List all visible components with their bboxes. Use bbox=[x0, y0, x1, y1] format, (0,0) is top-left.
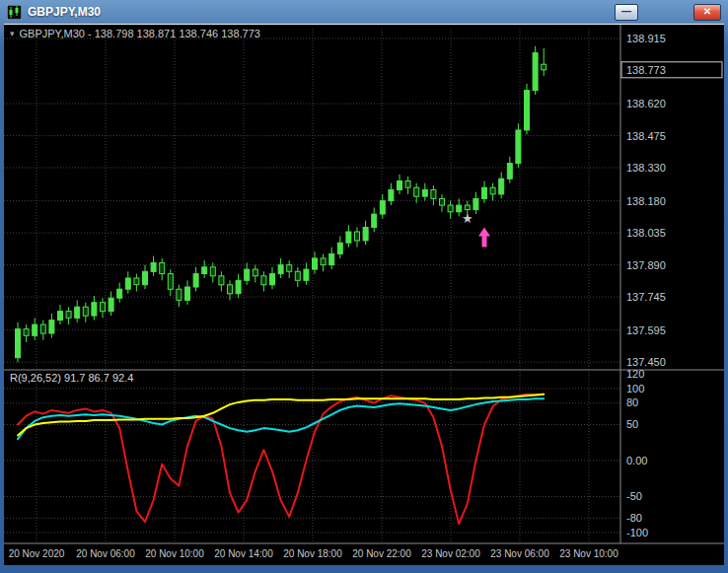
window-title: GBPJPY,M30 bbox=[28, 5, 101, 19]
collapse-icon[interactable]: ▾ bbox=[10, 29, 15, 38]
price-tick-label: 137.595 bbox=[626, 324, 666, 336]
price-tick-label: 137.890 bbox=[626, 259, 666, 271]
window-controls-spacer bbox=[638, 12, 693, 13]
current-price-layer: 138.773 bbox=[621, 62, 722, 78]
indicator-tick-label: 120 bbox=[626, 368, 644, 380]
time-tick-label: 20 Nov 2020 bbox=[9, 548, 65, 559]
chart-app-icon-graphic bbox=[7, 5, 22, 20]
time-tick-label: 20 Nov 10:00 bbox=[145, 548, 204, 559]
indicator-tick-label: 100 bbox=[626, 383, 644, 394]
time-tick-label: 23 Nov 10:00 bbox=[559, 548, 619, 559]
chart-area[interactable]: ★138.915138.620138.475138.330138.180138.… bbox=[4, 24, 724, 565]
indicator-line-r26 bbox=[18, 398, 544, 439]
time-tick-label: 23 Nov 06:00 bbox=[490, 548, 549, 559]
indicator-tick-label: -80 bbox=[626, 512, 642, 524]
close-button[interactable]: ✕ bbox=[693, 4, 721, 21]
time-tick-label: 23 Nov 02:00 bbox=[421, 548, 480, 559]
close-icon: ✕ bbox=[703, 7, 711, 17]
time-tick-label: 20 Nov 06:00 bbox=[76, 548, 135, 559]
ohlc-text: GBPJPY,M30 - 138.798 138.871 138.746 138… bbox=[20, 28, 260, 39]
axis-labels-layer: 138.915138.620138.475138.330138.180138.0… bbox=[9, 33, 666, 559]
current-price-label: 138.773 bbox=[626, 64, 666, 76]
indicator-tick-label: 50 bbox=[626, 418, 638, 430]
window-titlebar[interactable]: GBPJPY,M30 — ✕ bbox=[4, 0, 724, 24]
markers-layer: ★ bbox=[462, 211, 490, 248]
time-tick-label: 20 Nov 18:00 bbox=[283, 548, 342, 559]
candles-layer bbox=[16, 46, 546, 362]
indicator-label: R(9,26,52) 91.7 86.7 92.4 bbox=[10, 372, 133, 384]
up-arrow-marker bbox=[478, 228, 490, 248]
price-tick-label: 138.330 bbox=[626, 162, 666, 174]
price-tick-label: 138.035 bbox=[626, 227, 666, 239]
indicator-tick-label: 80 bbox=[626, 396, 638, 408]
mt4-chart-window: GBPJPY,M30 — ✕ ★138.915138.620138.475138… bbox=[0, 0, 728, 573]
chart-app-icon bbox=[7, 5, 22, 20]
chart-canvas[interactable]: ★138.915138.620138.475138.330138.180138.… bbox=[4, 25, 724, 565]
price-tick-label: 138.620 bbox=[626, 98, 666, 109]
time-tick-label: 20 Nov 14:00 bbox=[214, 548, 273, 559]
price-tick-label: 138.180 bbox=[626, 195, 666, 207]
minimize-icon: — bbox=[621, 7, 631, 17]
star-marker: ★ bbox=[462, 211, 473, 226]
indicator-tick-label: -100 bbox=[626, 527, 648, 538]
time-tick-label: 20 Nov 22:00 bbox=[352, 548, 411, 559]
minimize-button[interactable]: — bbox=[615, 4, 638, 21]
indicator-lines-layer bbox=[18, 394, 544, 524]
chart-ohlc-header: ▾ GBPJPY,M30 - 138.798 138.871 138.746 1… bbox=[10, 28, 260, 39]
window-controls: — ✕ bbox=[615, 4, 721, 21]
price-tick-label: 138.915 bbox=[626, 33, 666, 44]
frame-layer bbox=[4, 25, 724, 543]
indicator-tick-label: 0.00 bbox=[626, 455, 647, 466]
price-tick-label: 137.745 bbox=[626, 291, 666, 303]
price-tick-label: 137.450 bbox=[626, 356, 666, 368]
indicator-tick-label: -50 bbox=[626, 490, 642, 502]
price-tick-label: 138.475 bbox=[626, 130, 666, 142]
indicator-line-r9 bbox=[18, 394, 544, 524]
